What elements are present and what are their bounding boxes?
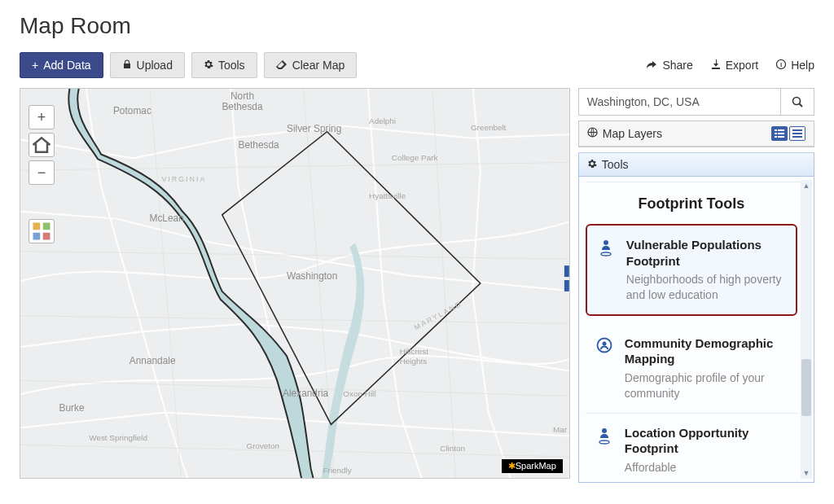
svg-line-10 [800,104,803,107]
map-label-college-park: College Park [392,153,438,162]
map-label-friendly: Friendly [323,466,352,475]
clear-map-button[interactable]: Clear Map [264,52,358,78]
map-layers-label: Map Layers [603,127,662,140]
svg-rect-18 [792,129,802,131]
share-link[interactable]: Share [647,59,692,72]
tools-panel-label: Tools [602,158,629,171]
svg-rect-8 [43,233,50,240]
tool-community-demographic[interactable]: Community Demographic Mapping Demographi… [586,324,797,414]
map-layers-panel: Map Layers [578,121,814,147]
tool-location-opportunity[interactable]: Location Opportunity Footprint Affordabl… [586,414,797,477]
svg-point-24 [602,341,606,345]
map-label-clinton: Clinton [440,444,465,453]
sparkle-icon: ✱ [508,461,516,471]
svg-point-25 [602,428,607,433]
svg-rect-3 [564,265,569,277]
clear-map-label: Clear Map [292,59,345,72]
svg-rect-12 [775,129,777,131]
home-button[interactable] [29,133,55,157]
gear-icon [587,158,597,171]
map-label-potomac: Potomac [113,105,151,116]
scrollbar[interactable]: ▲ ▼ [801,180,812,479]
map-label-hillcrest-heights: HillcrestHeights [400,347,428,366]
eraser-icon [276,59,288,72]
map-label-alexandria: Alexandria [283,388,329,399]
svg-point-9 [793,98,801,105]
svg-rect-16 [775,136,777,138]
tools-button[interactable]: Tools [191,52,257,78]
help-label: Help [791,59,814,72]
map-label-burke: Burke [59,402,85,414]
svg-point-26 [599,440,609,444]
map-label-bethesda: Bethesda [239,139,280,151]
toolbar: + Add Data Upload Tools Clear Map [20,52,814,78]
tools-section-title: Footprint Tools [586,195,797,213]
location-search-input[interactable] [578,88,780,116]
map-label-oxon-hill: Oxon Hill [343,389,375,398]
svg-point-22 [601,252,611,256]
svg-rect-4 [564,280,569,291]
tools-panel-body: Footprint Tools Vulnerable Populations F… [578,177,814,483]
svg-text:i: i [780,61,782,68]
upload-button[interactable]: Upload [110,52,185,78]
svg-rect-7 [33,233,41,240]
tool-desc: Neighborhoods of high poverty and low ed… [626,272,788,303]
view-compact-icon[interactable] [789,126,805,141]
map-canvas[interactable]: Potomac NorthBethesda Bethesda Silver Sp… [20,88,570,479]
view-list-icon[interactable] [771,126,788,141]
scroll-down-icon[interactable]: ▼ [801,467,812,479]
search-icon [791,95,804,108]
plus-icon: + [32,59,38,72]
info-icon: i [776,59,786,72]
tool-name: Community Demographic Mapping [625,335,789,367]
share-label: Share [662,59,692,72]
tool-vulnerable-populations[interactable]: Vulnerable Populations Footprint Neighbo… [586,224,797,316]
tool-desc: Demographic profile of your community [625,370,789,401]
map-label-hyattsville: Hyattsville [369,191,406,200]
scroll-thumb[interactable] [801,359,811,416]
person-circle-icon [594,335,615,401]
tool-desc: Affordable [625,460,789,476]
add-data-label: Add Data [43,59,90,72]
upload-label: Upload [137,59,173,72]
help-link[interactable]: i Help [776,59,814,72]
svg-rect-14 [775,133,777,134]
gear-icon [204,59,213,72]
zoom-out-button[interactable]: − [29,160,55,185]
share-icon [647,59,657,72]
map-label-mar: Mar [553,425,568,434]
map-label-silver-spring: Silver Spring [287,123,341,134]
map-label-washington: Washington [287,270,337,282]
lock-icon [122,59,132,72]
svg-rect-20 [792,136,802,138]
svg-rect-13 [778,129,784,131]
add-data-button[interactable]: + Add Data [20,52,103,78]
export-link[interactable]: Export [711,59,758,72]
svg-rect-17 [778,136,784,138]
person-pin-icon [595,237,617,303]
export-label: Export [726,59,758,72]
tools-panel-header[interactable]: Tools [578,152,814,177]
tools-label: Tools [218,59,245,72]
basemap-toggle-button[interactable] [29,219,55,243]
scroll-up-icon[interactable]: ▲ [801,180,812,191]
tool-name: Vulnerable Populations Footprint [626,237,788,269]
map-label-west-springfield: West Springfield [89,433,147,442]
map-label-groveton: Groveton [246,441,279,450]
map-zoom-controls: + − [29,105,55,185]
map-label-mclean: McLean [150,213,184,224]
zoom-in-button[interactable]: + [29,105,55,129]
map-label-greenbelt: Greenbelt [471,123,507,132]
svg-rect-15 [778,133,784,134]
svg-point-21 [604,240,608,245]
map-attribution: ✱SparkMap [502,459,563,473]
person-pin-icon [594,425,615,476]
search-button[interactable] [780,88,814,116]
tool-name: Location Opportunity Footprint [625,425,789,457]
map-label-adelphi: Adelphi [369,116,396,125]
svg-rect-6 [43,223,50,230]
download-icon [711,59,721,72]
globe-icon [587,127,598,140]
map-label-annandale: Annandale [129,355,176,366]
svg-rect-5 [33,223,41,230]
